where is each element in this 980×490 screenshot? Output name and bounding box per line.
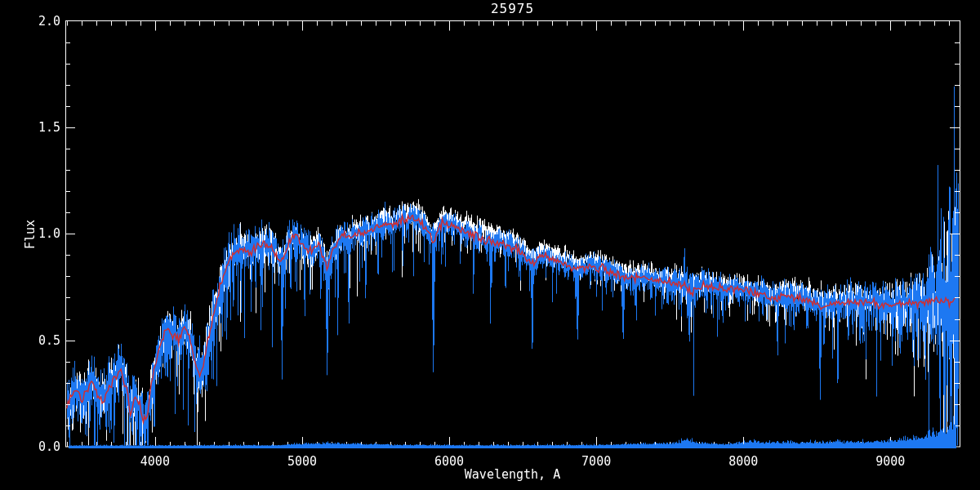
spectrum-plot: 25975 Wavelength, A Flux 400050006000700…: [0, 0, 980, 490]
spectrum-canvas: [0, 0, 980, 490]
x-tick-label: 5000: [287, 454, 317, 469]
y-tick-label: 1.5: [24, 120, 60, 135]
x-tick-label: 9000: [875, 454, 905, 469]
plot-title: 25975: [65, 1, 960, 16]
x-tick-label: 7000: [581, 454, 611, 469]
y-tick-label: 0.5: [24, 333, 60, 348]
y-tick-label: 2.0: [24, 14, 60, 29]
y-tick-label: 0.0: [24, 439, 60, 454]
x-tick-label: 6000: [434, 454, 464, 469]
y-tick-label: 1.0: [24, 226, 60, 241]
x-tick-label: 4000: [140, 454, 170, 469]
x-axis-label: Wavelength, A: [65, 467, 960, 482]
x-tick-label: 8000: [728, 454, 758, 469]
